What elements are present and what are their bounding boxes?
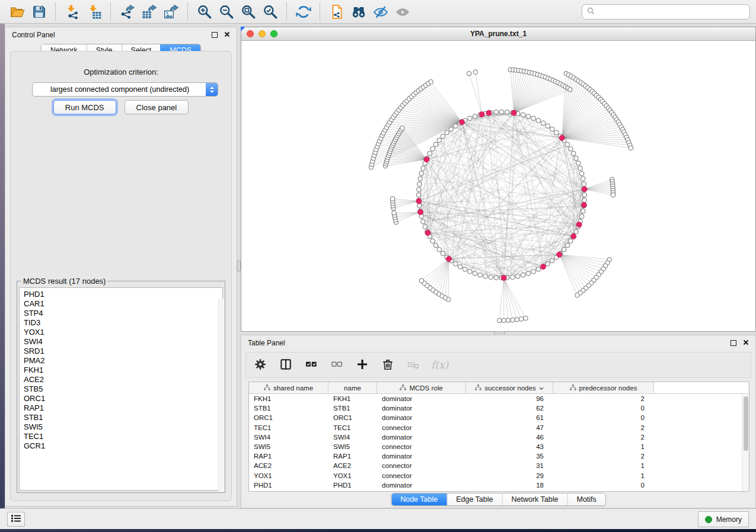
mcds-result-item[interactable]: STB5 <box>24 384 222 394</box>
mcds-list-scrollbar[interactable] <box>218 299 224 492</box>
table-scrollbar-thumb[interactable] <box>744 396 748 451</box>
table-row[interactable]: RAP1RAP1dominator352 <box>249 451 749 461</box>
import-table-button[interactable] <box>83 2 105 22</box>
table-cell: ORC1 <box>328 414 377 421</box>
table-toolbar: f(x) <box>245 352 751 378</box>
mcds-result-list[interactable]: PHD1CAR1STP4TID3YOX1SWI4SRD1PMA2FKH1ACE2… <box>19 287 223 491</box>
table-row[interactable]: ACE2ACE2connector311 <box>249 461 749 470</box>
table-cell: connector <box>377 472 466 479</box>
zoom-fit-button[interactable] <box>237 2 259 22</box>
table-cell: RAP1 <box>328 453 377 460</box>
deselect-all-button[interactable] <box>329 357 344 373</box>
zoom-out-button[interactable] <box>215 2 237 22</box>
network-canvas[interactable] <box>241 41 755 331</box>
table-cell: 61 <box>466 414 553 421</box>
tab-node-table[interactable]: Node Table <box>391 493 446 505</box>
column-header-name[interactable]: name <box>328 382 377 393</box>
close-panel-button[interactable]: Close panel <box>125 100 189 114</box>
mcds-result-item[interactable]: RAP1 <box>24 403 222 413</box>
float-panel-icon[interactable] <box>212 32 218 38</box>
table-row[interactable]: PHD1PHD1dominator180 <box>249 480 749 490</box>
mcds-result-item[interactable]: PMA2 <box>24 356 222 366</box>
mcds-result-item[interactable]: STB1 <box>24 413 222 422</box>
column-header-successor-nodes[interactable]: successor nodes <box>466 382 553 393</box>
export-image-button[interactable] <box>160 2 182 22</box>
mcds-result-item[interactable]: SWI4 <box>24 337 222 347</box>
vertical-splitter-grip[interactable] <box>237 261 241 271</box>
search-input[interactable] <box>598 8 745 16</box>
mcds-result-item[interactable]: TID3 <box>24 318 222 328</box>
task-history-button[interactable] <box>7 512 25 527</box>
focus-corner-marker <box>241 27 245 31</box>
import-network-icon <box>65 4 80 20</box>
memory-label: Memory <box>716 515 742 524</box>
delete-column-button[interactable] <box>380 357 395 373</box>
export-table-button[interactable] <box>138 2 160 22</box>
table-cell: connector <box>377 462 466 469</box>
network-titlebar: YPA_prune.txt_1 <box>241 27 755 41</box>
refresh-button[interactable] <box>292 2 314 22</box>
export-network-button[interactable] <box>116 2 138 22</box>
show-columns-button[interactable] <box>278 357 294 373</box>
table-cell: 0 <box>553 405 654 412</box>
table-row[interactable]: SWI5SWI5connector431 <box>249 442 749 451</box>
tab-network-table[interactable]: Network Table <box>502 493 567 505</box>
function-builder-button[interactable]: f(x) <box>431 357 448 373</box>
mcds-result-item[interactable]: CAR1 <box>24 299 222 309</box>
zoom-selected-button[interactable] <box>259 2 281 22</box>
column-header-predecessor-nodes[interactable]: predecessor nodes <box>553 382 654 393</box>
network-graph[interactable] <box>241 41 755 331</box>
create-column-button[interactable] <box>355 357 370 373</box>
zoom-in-button[interactable] <box>193 2 215 22</box>
tab-motifs[interactable]: Motifs <box>567 493 605 505</box>
mcds-result-item[interactable]: ACE2 <box>24 375 222 384</box>
mcds-result-item[interactable]: YOX1 <box>24 328 222 337</box>
mcds-result-item[interactable]: SRD1 <box>24 347 222 356</box>
mcds-result-group: MCDS result (17 nodes) PHD1CAR1STP4TID3Y… <box>17 277 225 493</box>
maximize-window-icon[interactable] <box>270 30 277 37</box>
select-all-button[interactable] <box>304 357 319 373</box>
table-row[interactable]: FKH1FKH1dominator962 <box>249 394 749 403</box>
run-mcds-button[interactable]: Run MCDS <box>53 100 116 114</box>
save-session-button[interactable] <box>28 2 50 22</box>
zoom-out-icon <box>219 4 234 20</box>
column-header-mcds-role[interactable]: MCDS role <box>377 382 466 393</box>
float-panel-icon[interactable] <box>731 340 736 346</box>
table-row[interactable]: ORC1ORC1dominator610 <box>249 413 749 422</box>
table-row[interactable]: SWI4SWI4dominator462 <box>249 432 749 442</box>
mcds-result-item[interactable]: PHD1 <box>24 290 222 299</box>
table-row[interactable]: TEC1TEC1connector472 <box>249 423 749 432</box>
mcds-result-item[interactable]: SWI5 <box>24 422 222 432</box>
mcds-result-item[interactable]: TEC1 <box>24 432 222 441</box>
share-document-icon <box>329 4 344 20</box>
table-settings-button[interactable] <box>253 357 268 373</box>
table-row[interactable]: STB1STB1dominator620 <box>249 403 749 413</box>
share-document-button[interactable] <box>326 2 347 22</box>
column-header-shared-name[interactable]: shared name <box>249 382 328 393</box>
mcds-result-item[interactable]: GCR1 <box>24 441 222 451</box>
table-cell: TEC1 <box>328 424 377 431</box>
mcds-result-item[interactable]: ORC1 <box>24 394 222 403</box>
table-scrollbar[interactable] <box>742 395 749 491</box>
minimize-window-icon[interactable] <box>259 30 266 37</box>
table-cell: connector <box>377 424 466 431</box>
mcds-result-item[interactable]: FKH1 <box>24 366 222 375</box>
close-panel-icon[interactable] <box>224 31 230 39</box>
delete-table-button[interactable] <box>406 357 421 373</box>
sitemap-icon <box>475 384 481 392</box>
open-session-button[interactable] <box>6 2 28 22</box>
show-all-button[interactable] <box>391 2 413 22</box>
memory-button[interactable]: Memory <box>698 511 749 527</box>
import-network-button[interactable] <box>61 2 83 22</box>
table-row[interactable]: YOX1YOX1connector291 <box>249 471 749 480</box>
toolbar-separator <box>320 3 320 21</box>
hide-selected-button[interactable] <box>369 2 391 22</box>
criterion-select[interactable]: largest connected component (undirected) <box>32 82 218 97</box>
mcds-result-item[interactable]: STP4 <box>24 309 222 318</box>
search-network-button[interactable] <box>347 2 369 22</box>
table-cell: 1 <box>553 443 654 450</box>
close-window-icon[interactable] <box>247 30 254 37</box>
control-panel-title: Control Panel <box>12 31 55 39</box>
close-panel-icon[interactable] <box>743 339 749 347</box>
tab-edge-table[interactable]: Edge Table <box>446 493 502 505</box>
